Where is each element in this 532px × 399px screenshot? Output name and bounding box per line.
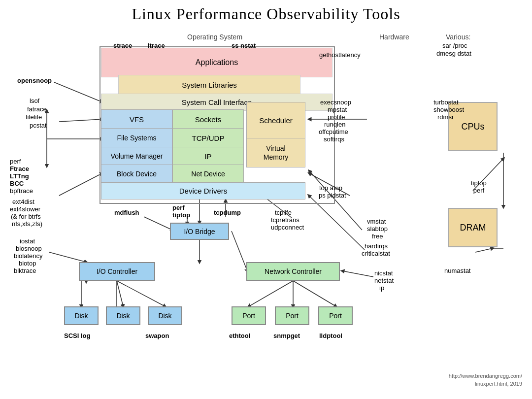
label-filelife: filelife — [26, 113, 42, 121]
box-disk1: Disk — [64, 306, 99, 325]
label-ip-tool: ip — [379, 284, 384, 292]
label-bcc: BCC — [10, 180, 24, 187]
box-io-controller: I/O Controller — [79, 262, 155, 281]
svg-line-7 — [59, 173, 102, 196]
box-vfs: VFS — [101, 109, 172, 129]
label-udpconnect: udpconnect — [271, 224, 304, 231]
label-dmesg-dstat: dmesg dstat — [436, 50, 471, 57]
label-tcpretrans: tcpretrans — [271, 216, 299, 224]
box-net-device: Net Device — [172, 165, 244, 183]
label-snmpget: snmpget — [273, 332, 300, 339]
label-bpftrace: bpftrace — [10, 187, 33, 195]
label-iostat: iostat — [20, 237, 35, 245]
label-execsnoop: execsnoop — [320, 99, 351, 106]
label-vmstat: vmstat — [367, 218, 386, 225]
label-ext4slower: ext4slower — [10, 205, 40, 213]
label-ps-pidstat: ps pidstat — [319, 192, 346, 199]
svg-line-32 — [293, 281, 336, 306]
label-showboost: showboost — [433, 106, 464, 113]
svg-line-3 — [54, 82, 102, 102]
box-block-device: Block Device — [101, 165, 172, 183]
label-sar-proc: sar /proc — [442, 42, 467, 49]
label-lldptool: lldptool — [319, 332, 342, 339]
svg-line-30 — [249, 281, 293, 306]
label-biosnoop: biosnoop — [16, 245, 42, 252]
box-ip: IP — [172, 147, 244, 166]
label-ethtool: ethtool — [229, 332, 250, 339]
box-volume-manager: Volume Manager — [101, 147, 172, 166]
label-ftrace: Ftrace — [10, 165, 29, 172]
box-sockets: Sockets — [172, 109, 244, 129]
label-swapon: swapon — [145, 332, 169, 339]
svg-line-33 — [342, 271, 373, 277]
footer-label: http://www.brendangregg.com/linuxperf.ht… — [449, 372, 522, 388]
label-rdmsr: rdmsr — [437, 113, 454, 121]
box-tcpudp: TCP/UDP — [172, 128, 244, 148]
label-opensnoop: opensnoop — [17, 77, 52, 84]
label-ext4dist: ext4dist — [12, 198, 34, 205]
label-fatrace: fatrace — [27, 105, 47, 113]
box-disk3: Disk — [148, 306, 182, 325]
svg-line-14 — [309, 171, 362, 230]
label-tcpdump: tcpdump — [214, 209, 241, 216]
label-profile: profile — [328, 113, 345, 121]
box-device-drivers: Device Drivers — [101, 182, 305, 200]
label-mpstat: mpstat — [328, 106, 347, 113]
label-pcstat: pcstat — [30, 122, 47, 129]
box-network-controller: Network Controller — [246, 262, 340, 281]
svg-line-29 — [117, 281, 123, 306]
label-softirqs: softirqs — [324, 135, 344, 143]
box-scheduler: Scheduler — [246, 102, 305, 139]
page-title: Linux Performance Observability Tools — [5, 5, 527, 23]
box-disk2: Disk — [106, 306, 140, 325]
page: Linux Performance Observability Tools — [0, 0, 532, 399]
svg-line-15 — [309, 196, 365, 250]
label-ltrace: ltrace — [148, 42, 165, 49]
label-top-atop: top atop — [319, 184, 342, 192]
label-mdflush: mdflush — [114, 209, 139, 216]
label-strace: strace — [113, 42, 132, 49]
box-virtual-memory: VirtualMemory — [246, 138, 305, 167]
box-applications: Applications — [101, 48, 332, 77]
box-port3: Port — [318, 306, 353, 325]
svg-line-4 — [59, 119, 102, 122]
label-offcputime: offcputime — [319, 128, 348, 135]
label-biotop: biotop — [19, 260, 36, 267]
label-perf: perf — [10, 158, 21, 165]
box-port1: Port — [232, 306, 266, 325]
box-system-libraries: System Libraries — [118, 75, 300, 95]
label-slabtop: slabtop — [367, 225, 388, 233]
label-criticalstat: criticalstat — [362, 250, 390, 257]
label-scsi-log: SCSI log — [64, 332, 90, 339]
label-blktrace: blktrace — [14, 267, 36, 274]
label-nfs-xfs-zfs: nfs,xfs,zfs) — [12, 220, 42, 228]
label-ss-nstat: ss nstat — [232, 42, 256, 49]
os-section-label: Operating System — [187, 33, 242, 41]
label-lttng: LTTng — [10, 172, 29, 180]
diagram-area: Operating System Hardware Various: Appli… — [5, 26, 527, 390]
label-tiptop-perf: tiptopperf — [471, 179, 487, 194]
label-turbostat: turbostat — [433, 99, 459, 106]
label-hardirqs: hardirqs — [365, 242, 388, 250]
hardware-section-label: Hardware — [379, 33, 409, 41]
box-port2: Port — [275, 306, 309, 325]
svg-line-27 — [117, 281, 165, 306]
label-gethostlatency: gethostlatency — [319, 51, 361, 59]
svg-line-24 — [232, 231, 247, 271]
label-netstat: netstat — [374, 277, 394, 284]
label-numastat: numastat — [444, 267, 470, 274]
label-nicstat: nicstat — [374, 269, 393, 277]
label-free: free — [372, 233, 383, 240]
label-tcplife: tcplife — [275, 209, 292, 216]
box-io-bridge: I/O Bridge — [170, 223, 229, 240]
label-biolatency: biolatency — [14, 252, 43, 260]
box-filesystems: File Systems — [101, 128, 172, 148]
svg-line-16 — [475, 248, 493, 252]
label-perf-tiptop: perftiptop — [172, 204, 190, 219]
box-dram: DRAM — [448, 208, 498, 247]
label-lsof: lsof — [30, 97, 39, 104]
label-runqlen: runqlen — [324, 121, 345, 128]
various-section-label: Various: — [446, 33, 470, 41]
label-btrfs-note: (& for btrfs — [11, 213, 41, 220]
svg-line-19 — [144, 217, 172, 230]
